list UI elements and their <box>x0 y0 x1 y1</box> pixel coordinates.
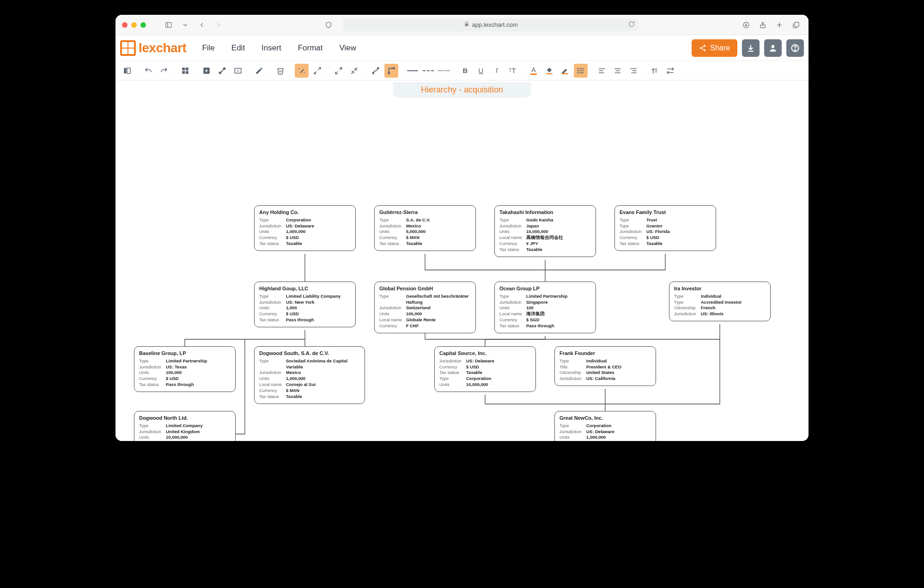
node-field: Currency$ USD <box>620 235 711 241</box>
node-dogwood-south[interactable]: Dogwood South, S.A. de C.V.TypeSociedad … <box>254 346 365 404</box>
svg-rect-18 <box>182 67 185 70</box>
node-field: TypeLimited Liability Company <box>259 294 351 300</box>
node-field: TypeCorporation <box>559 423 651 429</box>
node-ira[interactable]: Ira InvestorTypeIndividualTypeAccredited… <box>669 282 771 321</box>
help-button[interactable] <box>786 39 804 57</box>
undo-icon[interactable] <box>141 64 155 78</box>
text-size-icon[interactable]: TT <box>505 64 519 78</box>
auto-layout-icon[interactable] <box>310 64 324 78</box>
node-title: Baseline Group, LP <box>139 350 231 357</box>
node-field: Currency$ USD <box>559 441 651 441</box>
document-title: Hierarchy - acquisition <box>393 82 531 98</box>
swap-icon[interactable] <box>663 64 677 78</box>
account-button[interactable] <box>764 39 782 57</box>
expand-icon[interactable] <box>332 64 346 78</box>
pencil-icon[interactable] <box>252 64 266 78</box>
collapse-icon[interactable] <box>347 64 361 78</box>
canvas[interactable]: Hierarchy - acquisition Any Holding Co.T… <box>116 80 808 441</box>
bold-icon[interactable]: B <box>458 64 472 78</box>
share-button[interactable]: Share <box>692 39 737 57</box>
node-field: Local nameCornejo al Sur <box>259 382 360 388</box>
node-capital-source[interactable]: Capital Source, Inc.JurisdictionUS: Dela… <box>434 346 536 392</box>
shield-icon[interactable] <box>322 20 334 30</box>
sidebar-icon[interactable] <box>163 20 175 30</box>
svg-point-30 <box>304 72 304 73</box>
node-takahashi[interactable]: Takahashi InformationTypeGodo KaishaJuri… <box>494 205 596 257</box>
new-tab-icon[interactable] <box>773 20 785 30</box>
download-icon[interactable] <box>740 20 752 30</box>
reload-icon[interactable] <box>628 21 635 29</box>
menu-format[interactable]: Format <box>295 42 326 55</box>
maximize-icon[interactable] <box>140 22 146 28</box>
chevron-down-icon[interactable] <box>179 20 191 30</box>
align-right-icon[interactable] <box>626 64 640 78</box>
svg-line-36 <box>351 71 353 74</box>
node-highland[interactable]: Highland Goup, LLCTypeLimited Liability … <box>254 282 356 327</box>
list-icon[interactable] <box>574 64 588 78</box>
curve-connector-icon[interactable] <box>369 64 383 78</box>
node-ocean[interactable]: Ocean Group LPTypeLimited PartnershipJur… <box>494 282 596 333</box>
forward-icon[interactable] <box>213 20 225 30</box>
svg-point-40 <box>393 67 395 69</box>
node-title: Great NewCo, Inc. <box>559 415 651 422</box>
svg-point-39 <box>388 72 389 74</box>
node-title: Global Pension GmbH <box>379 285 471 292</box>
svg-rect-19 <box>186 67 188 70</box>
node-field: JurisdictionMexico <box>379 223 471 229</box>
trash-icon[interactable] <box>274 64 287 78</box>
logo-icon <box>120 40 136 56</box>
node-field: TypeTrust <box>620 217 711 223</box>
tabs-icon[interactable] <box>790 20 802 30</box>
line-solid-icon[interactable] <box>406 64 419 78</box>
text-box-icon[interactable]: A <box>231 64 245 78</box>
node-field: Units10,000,000 <box>139 435 231 441</box>
redo-icon[interactable] <box>157 64 171 78</box>
node-any-holding[interactable]: Any Holding Co.TypeCorporationJurisdicti… <box>254 205 356 251</box>
node-field: TypeSociedad Anónima de Capital Variable <box>259 358 360 370</box>
svg-point-26 <box>224 67 225 69</box>
titlebar: app.lexchart.com <box>116 15 808 35</box>
magic-wand-icon[interactable] <box>295 64 309 78</box>
elbow-connector-icon[interactable] <box>384 64 398 78</box>
panel-toggle-icon[interactable] <box>120 64 134 78</box>
address-bar[interactable]: app.lexchart.com <box>343 18 638 31</box>
node-dogwood-north[interactable]: Dogwood North Ltd.TypeLimited CompanyJur… <box>134 411 236 441</box>
line-dotted-icon[interactable] <box>437 64 451 78</box>
svg-point-47 <box>578 70 578 71</box>
menu-view[interactable]: View <box>336 42 359 55</box>
download-button[interactable] <box>742 39 760 57</box>
arrange-up-icon[interactable] <box>648 64 662 78</box>
connector-icon[interactable] <box>215 64 229 78</box>
underline-icon[interactable]: U <box>474 64 488 78</box>
menu-edit[interactable]: Edit <box>229 42 248 55</box>
node-evans[interactable]: Evans Family TrustTypeTrustTypeGrantorJu… <box>614 205 716 251</box>
add-icon[interactable] <box>200 64 213 78</box>
line-dashed-icon[interactable] <box>421 64 435 78</box>
node-gutierrez[interactable]: Gutiérrez-SierraTypeS.A. de C.V.Jurisdic… <box>374 205 476 251</box>
back-icon[interactable] <box>196 20 208 30</box>
node-great-newco[interactable]: Great NewCo, Inc.TypeCorporationJurisdic… <box>554 411 656 441</box>
svg-rect-41 <box>546 73 553 74</box>
align-left-icon[interactable] <box>595 64 609 78</box>
node-field: JurisdictionSwitzerland <box>379 305 471 311</box>
text-color-icon[interactable]: A <box>527 64 541 78</box>
node-field: Tax statusTaxable <box>620 241 711 247</box>
node-field: Currency₣ CHF <box>379 323 471 329</box>
menu-insert[interactable]: Insert <box>259 42 284 55</box>
node-frank[interactable]: Frank FounderTypeIndividualTitlePresiden… <box>554 346 656 386</box>
node-baseline[interactable]: Baseline Group, LPTypeLimited Partnershi… <box>134 346 236 392</box>
minimize-icon[interactable] <box>131 22 137 28</box>
close-icon[interactable] <box>122 22 128 28</box>
italic-icon[interactable]: I <box>490 64 504 78</box>
node-field: JurisdictionUS: Illinois <box>674 311 766 317</box>
logo[interactable]: lexchart <box>120 40 186 56</box>
share-system-icon[interactable] <box>757 20 769 30</box>
node-title: Any Holding Co. <box>259 209 351 216</box>
border-color-icon[interactable] <box>558 64 572 78</box>
node-global-pension[interactable]: Global Pension GmbHTypeGesellschaft mit … <box>374 282 476 333</box>
node-field: JurisdictionJapan <box>499 223 591 229</box>
align-center-icon[interactable] <box>611 64 625 78</box>
fill-color-icon[interactable] <box>542 64 556 78</box>
menu-file[interactable]: File <box>199 42 217 55</box>
grid-icon[interactable] <box>178 64 192 78</box>
